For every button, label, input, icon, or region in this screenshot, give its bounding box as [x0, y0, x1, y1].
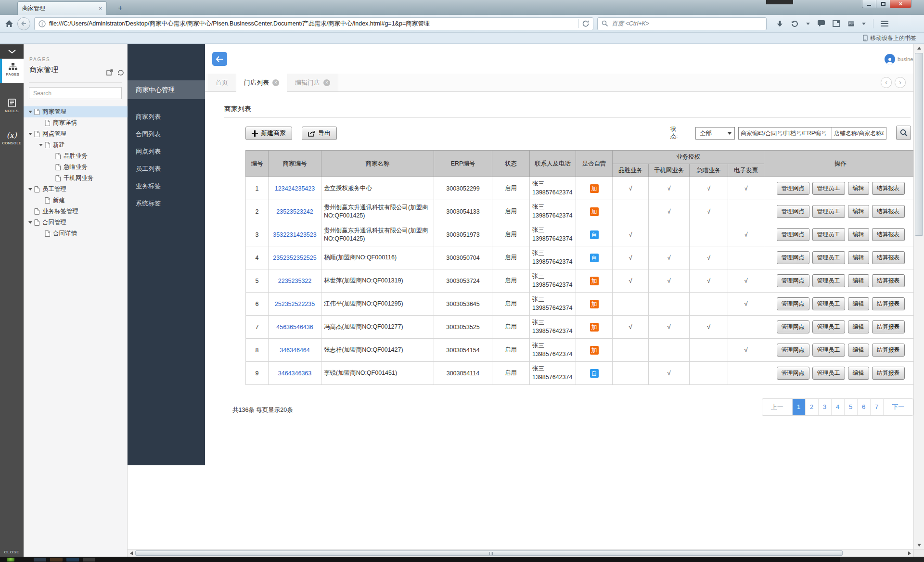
pagination-next[interactable]: 下一页 — [883, 399, 913, 415]
action-button-1[interactable]: 管理员工 — [812, 228, 845, 241]
tree-item-11[interactable]: 合同详情 — [24, 228, 128, 239]
menu-item-4[interactable]: 业务标签 — [128, 178, 205, 195]
back-button[interactable] — [17, 17, 30, 30]
search-button[interactable] — [896, 126, 911, 140]
history-icon[interactable] — [791, 20, 799, 27]
pagination-page-6[interactable]: 6 — [857, 399, 870, 415]
merchant-code-link[interactable]: 346346464 — [280, 347, 310, 354]
merchant-code-link[interactable]: 3532231423523 — [273, 231, 316, 238]
action-button-3[interactable]: 结算报表 — [872, 367, 905, 380]
action-button-0[interactable]: 管理网点 — [777, 205, 809, 218]
action-button-0[interactable]: 管理网点 — [777, 297, 809, 310]
action-button-2[interactable]: 编辑 — [848, 228, 869, 241]
action-button-2[interactable]: 编辑 — [848, 344, 869, 357]
action-button-3[interactable]: 结算报表 — [872, 228, 905, 241]
new-merchant-button[interactable]: 新建商家 — [245, 127, 292, 140]
new-tab-button[interactable]: + — [114, 3, 127, 13]
action-button-3[interactable]: 结算报表 — [872, 297, 905, 310]
collapse-panel-button[interactable] — [0, 45, 24, 58]
merchant-code-link[interactable]: 123424235423 — [275, 185, 315, 192]
action-button-2[interactable]: 编辑 — [848, 320, 869, 333]
url-bar[interactable]: file:///C:/Users/Administrator/Desktop/商… — [34, 17, 593, 30]
maximize-button[interactable] — [876, 0, 890, 8]
vertical-scrollbar[interactable] — [913, 44, 924, 549]
scroll-left-icon[interactable] — [128, 549, 135, 557]
tab-close-icon[interactable]: × — [323, 79, 330, 86]
pagination-prev[interactable]: 上一页 — [762, 399, 792, 415]
tab-scroll-right-icon[interactable]: › — [895, 77, 906, 88]
taskbar-app-icon[interactable] — [34, 558, 46, 562]
minimize-button[interactable] — [862, 0, 876, 8]
action-button-1[interactable]: 管理员工 — [812, 320, 845, 333]
page-tab-0[interactable]: 首页 — [208, 74, 236, 91]
mobile-bookmarks-label[interactable]: 移动设备上的书签 — [870, 34, 916, 42]
tree-item-9[interactable]: 业务标签管理 — [24, 206, 128, 217]
taskbar-app-icon[interactable] — [50, 558, 63, 562]
taskbar-app-icon[interactable] — [83, 558, 95, 562]
pages-search-input[interactable] — [29, 87, 122, 99]
merchant-code-search-input[interactable] — [738, 127, 833, 140]
pagination-page-5[interactable]: 5 — [844, 399, 857, 415]
pagination-page-1[interactable]: 1 — [792, 399, 805, 415]
action-button-2[interactable]: 编辑 — [848, 274, 869, 287]
action-button-0[interactable]: 管理网点 — [777, 182, 809, 195]
action-button-0[interactable]: 管理网点 — [777, 274, 809, 287]
sidebar-item-notes[interactable]: NOTES — [0, 96, 24, 118]
horizontal-scrollbar-thumb[interactable] — [135, 550, 843, 556]
tab-groups-icon[interactable] — [833, 20, 840, 27]
menu-icon[interactable] — [881, 21, 888, 26]
action-button-1[interactable]: 管理员工 — [812, 205, 845, 218]
start-button-icon[interactable] — [7, 558, 14, 562]
tree-item-4[interactable]: 品胜业务 — [24, 151, 128, 162]
pagination-page-2[interactable]: 2 — [805, 399, 818, 415]
pagination-page-7[interactable]: 7 — [870, 399, 883, 415]
action-button-0[interactable]: 管理网点 — [777, 320, 809, 333]
action-button-1[interactable]: 管理员工 — [812, 297, 845, 310]
action-button-2[interactable]: 编辑 — [848, 205, 869, 218]
back-button[interactable] — [212, 52, 227, 66]
action-button-1[interactable]: 管理员工 — [812, 251, 845, 264]
tree-item-1[interactable]: 商家详情 — [24, 117, 128, 128]
action-button-1[interactable]: 管理员工 — [812, 274, 845, 287]
tree-item-2[interactable]: 网点管理 — [24, 128, 128, 140]
tree-item-8[interactable]: 新建 — [24, 195, 128, 206]
action-button-0[interactable]: 管理网点 — [777, 228, 809, 241]
expand-arrow-icon[interactable] — [39, 144, 43, 146]
share-link-icon[interactable] — [117, 69, 124, 76]
action-button-3[interactable]: 结算报表 — [872, 274, 905, 287]
merchant-code-link[interactable]: 252352522235 — [275, 301, 315, 307]
tab-close-icon[interactable]: × — [272, 79, 279, 86]
horizontal-scrollbar[interactable] — [128, 549, 913, 557]
menu-item-1[interactable]: 合同列表 — [128, 126, 205, 143]
action-button-0[interactable]: 管理网点 — [777, 251, 809, 264]
menu-item-0[interactable]: 商家列表 — [128, 108, 205, 126]
merchant-code-link[interactable]: 45636546436 — [276, 324, 313, 331]
downloads-icon[interactable] — [776, 20, 783, 27]
action-button-0[interactable]: 管理网点 — [777, 367, 809, 380]
home-icon[interactable] — [5, 20, 13, 27]
merchant-name-search-input[interactable] — [832, 127, 886, 140]
user-name[interactable]: business — [898, 56, 913, 62]
chat-icon[interactable] — [817, 20, 825, 27]
taskbar-tray[interactable] — [840, 557, 924, 562]
tree-item-7[interactable]: 员工管理 — [24, 184, 128, 195]
action-button-0[interactable]: 管理网点 — [777, 344, 809, 357]
page-tab-2[interactable]: 编辑门店× — [287, 74, 338, 91]
scroll-down-icon[interactable] — [914, 541, 924, 549]
action-button-3[interactable]: 结算报表 — [872, 182, 905, 195]
action-button-3[interactable]: 结算报表 — [872, 320, 905, 333]
tab-close-icon[interactable]: × — [99, 5, 102, 12]
action-button-3[interactable]: 结算报表 — [872, 251, 905, 264]
expand-arrow-icon[interactable] — [28, 111, 32, 113]
action-button-2[interactable]: 编辑 — [848, 251, 869, 264]
browser-search-box[interactable]: 百度 <Ctrl+K> — [597, 17, 767, 30]
tree-item-0[interactable]: 商家管理 — [24, 106, 128, 117]
close-player-button[interactable]: CLOSE — [0, 550, 24, 554]
open-in-new-window-icon[interactable] — [106, 69, 113, 76]
taskbar-app-icon[interactable] — [66, 558, 79, 562]
action-button-1[interactable]: 管理员工 — [812, 344, 845, 357]
action-button-2[interactable]: 编辑 — [848, 367, 869, 380]
status-select[interactable]: 全部 — [695, 127, 735, 140]
expand-arrow-icon[interactable] — [28, 221, 32, 224]
menu-item-5[interactable]: 系统标签 — [128, 195, 205, 212]
